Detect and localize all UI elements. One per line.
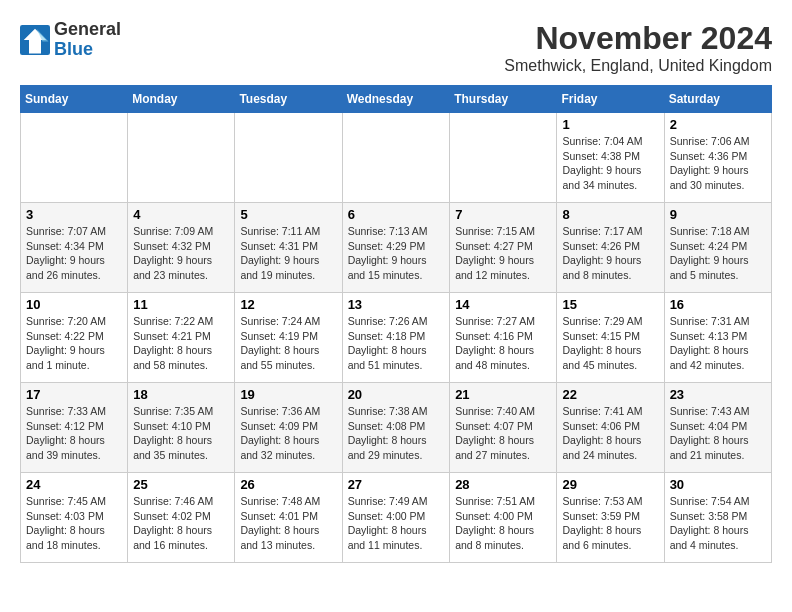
- day-info: Sunrise: 7:48 AM Sunset: 4:01 PM Dayligh…: [240, 494, 336, 553]
- calendar-cell: 4Sunrise: 7:09 AM Sunset: 4:32 PM Daylig…: [128, 203, 235, 293]
- day-number: 6: [348, 207, 445, 222]
- day-info: Sunrise: 7:38 AM Sunset: 4:08 PM Dayligh…: [348, 404, 445, 463]
- calendar-cell: 3Sunrise: 7:07 AM Sunset: 4:34 PM Daylig…: [21, 203, 128, 293]
- day-info: Sunrise: 7:15 AM Sunset: 4:27 PM Dayligh…: [455, 224, 551, 283]
- day-number: 14: [455, 297, 551, 312]
- calendar-cell: 20Sunrise: 7:38 AM Sunset: 4:08 PM Dayli…: [342, 383, 450, 473]
- day-number: 27: [348, 477, 445, 492]
- weekday-header-sunday: Sunday: [21, 86, 128, 113]
- day-info: Sunrise: 7:07 AM Sunset: 4:34 PM Dayligh…: [26, 224, 122, 283]
- day-number: 25: [133, 477, 229, 492]
- day-number: 3: [26, 207, 122, 222]
- day-number: 1: [562, 117, 658, 132]
- day-info: Sunrise: 7:53 AM Sunset: 3:59 PM Dayligh…: [562, 494, 658, 553]
- weekday-header-thursday: Thursday: [450, 86, 557, 113]
- logo-icon: [20, 25, 50, 55]
- calendar-cell: 10Sunrise: 7:20 AM Sunset: 4:22 PM Dayli…: [21, 293, 128, 383]
- day-info: Sunrise: 7:51 AM Sunset: 4:00 PM Dayligh…: [455, 494, 551, 553]
- calendar: SundayMondayTuesdayWednesdayThursdayFrid…: [20, 85, 772, 563]
- weekday-header-friday: Friday: [557, 86, 664, 113]
- calendar-cell: 13Sunrise: 7:26 AM Sunset: 4:18 PM Dayli…: [342, 293, 450, 383]
- day-number: 8: [562, 207, 658, 222]
- day-info: Sunrise: 7:45 AM Sunset: 4:03 PM Dayligh…: [26, 494, 122, 553]
- day-number: 19: [240, 387, 336, 402]
- day-number: 13: [348, 297, 445, 312]
- day-number: 9: [670, 207, 766, 222]
- calendar-cell: 18Sunrise: 7:35 AM Sunset: 4:10 PM Dayli…: [128, 383, 235, 473]
- day-number: 11: [133, 297, 229, 312]
- weekday-header-tuesday: Tuesday: [235, 86, 342, 113]
- day-number: 5: [240, 207, 336, 222]
- day-number: 12: [240, 297, 336, 312]
- day-info: Sunrise: 7:46 AM Sunset: 4:02 PM Dayligh…: [133, 494, 229, 553]
- day-info: Sunrise: 7:26 AM Sunset: 4:18 PM Dayligh…: [348, 314, 445, 373]
- day-number: 24: [26, 477, 122, 492]
- day-number: 7: [455, 207, 551, 222]
- calendar-cell: 23Sunrise: 7:43 AM Sunset: 4:04 PM Dayli…: [664, 383, 771, 473]
- day-number: 20: [348, 387, 445, 402]
- day-info: Sunrise: 7:29 AM Sunset: 4:15 PM Dayligh…: [562, 314, 658, 373]
- day-info: Sunrise: 7:24 AM Sunset: 4:19 PM Dayligh…: [240, 314, 336, 373]
- calendar-cell: 14Sunrise: 7:27 AM Sunset: 4:16 PM Dayli…: [450, 293, 557, 383]
- day-info: Sunrise: 7:06 AM Sunset: 4:36 PM Dayligh…: [670, 134, 766, 193]
- calendar-cell: 12Sunrise: 7:24 AM Sunset: 4:19 PM Dayli…: [235, 293, 342, 383]
- day-number: 23: [670, 387, 766, 402]
- calendar-cell: 7Sunrise: 7:15 AM Sunset: 4:27 PM Daylig…: [450, 203, 557, 293]
- calendar-cell: [128, 113, 235, 203]
- day-info: Sunrise: 7:18 AM Sunset: 4:24 PM Dayligh…: [670, 224, 766, 283]
- day-info: Sunrise: 7:11 AM Sunset: 4:31 PM Dayligh…: [240, 224, 336, 283]
- day-number: 30: [670, 477, 766, 492]
- day-info: Sunrise: 7:36 AM Sunset: 4:09 PM Dayligh…: [240, 404, 336, 463]
- calendar-cell: [450, 113, 557, 203]
- day-info: Sunrise: 7:04 AM Sunset: 4:38 PM Dayligh…: [562, 134, 658, 193]
- day-number: 26: [240, 477, 336, 492]
- day-number: 4: [133, 207, 229, 222]
- calendar-cell: 27Sunrise: 7:49 AM Sunset: 4:00 PM Dayli…: [342, 473, 450, 563]
- weekday-header-wednesday: Wednesday: [342, 86, 450, 113]
- day-info: Sunrise: 7:41 AM Sunset: 4:06 PM Dayligh…: [562, 404, 658, 463]
- day-number: 2: [670, 117, 766, 132]
- calendar-cell: 2Sunrise: 7:06 AM Sunset: 4:36 PM Daylig…: [664, 113, 771, 203]
- calendar-cell: [342, 113, 450, 203]
- calendar-cell: 16Sunrise: 7:31 AM Sunset: 4:13 PM Dayli…: [664, 293, 771, 383]
- month-title: November 2024: [504, 20, 772, 57]
- calendar-cell: 5Sunrise: 7:11 AM Sunset: 4:31 PM Daylig…: [235, 203, 342, 293]
- weekday-header-monday: Monday: [128, 86, 235, 113]
- day-info: Sunrise: 7:33 AM Sunset: 4:12 PM Dayligh…: [26, 404, 122, 463]
- day-info: Sunrise: 7:49 AM Sunset: 4:00 PM Dayligh…: [348, 494, 445, 553]
- calendar-cell: 15Sunrise: 7:29 AM Sunset: 4:15 PM Dayli…: [557, 293, 664, 383]
- day-info: Sunrise: 7:13 AM Sunset: 4:29 PM Dayligh…: [348, 224, 445, 283]
- calendar-cell: 1Sunrise: 7:04 AM Sunset: 4:38 PM Daylig…: [557, 113, 664, 203]
- day-info: Sunrise: 7:27 AM Sunset: 4:16 PM Dayligh…: [455, 314, 551, 373]
- calendar-cell: 8Sunrise: 7:17 AM Sunset: 4:26 PM Daylig…: [557, 203, 664, 293]
- day-info: Sunrise: 7:43 AM Sunset: 4:04 PM Dayligh…: [670, 404, 766, 463]
- day-number: 15: [562, 297, 658, 312]
- location: Smethwick, England, United Kingdom: [504, 57, 772, 75]
- calendar-cell: 17Sunrise: 7:33 AM Sunset: 4:12 PM Dayli…: [21, 383, 128, 473]
- calendar-cell: 22Sunrise: 7:41 AM Sunset: 4:06 PM Dayli…: [557, 383, 664, 473]
- day-number: 28: [455, 477, 551, 492]
- calendar-cell: 21Sunrise: 7:40 AM Sunset: 4:07 PM Dayli…: [450, 383, 557, 473]
- day-number: 18: [133, 387, 229, 402]
- day-info: Sunrise: 7:22 AM Sunset: 4:21 PM Dayligh…: [133, 314, 229, 373]
- calendar-cell: 29Sunrise: 7:53 AM Sunset: 3:59 PM Dayli…: [557, 473, 664, 563]
- logo: General Blue: [20, 20, 121, 60]
- calendar-cell: [235, 113, 342, 203]
- calendar-cell: 6Sunrise: 7:13 AM Sunset: 4:29 PM Daylig…: [342, 203, 450, 293]
- calendar-cell: 25Sunrise: 7:46 AM Sunset: 4:02 PM Dayli…: [128, 473, 235, 563]
- day-info: Sunrise: 7:40 AM Sunset: 4:07 PM Dayligh…: [455, 404, 551, 463]
- day-info: Sunrise: 7:17 AM Sunset: 4:26 PM Dayligh…: [562, 224, 658, 283]
- day-number: 16: [670, 297, 766, 312]
- day-info: Sunrise: 7:09 AM Sunset: 4:32 PM Dayligh…: [133, 224, 229, 283]
- calendar-cell: 28Sunrise: 7:51 AM Sunset: 4:00 PM Dayli…: [450, 473, 557, 563]
- title-section: November 2024 Smethwick, England, United…: [504, 20, 772, 75]
- day-number: 21: [455, 387, 551, 402]
- day-number: 29: [562, 477, 658, 492]
- logo-text: General Blue: [54, 20, 121, 60]
- day-info: Sunrise: 7:35 AM Sunset: 4:10 PM Dayligh…: [133, 404, 229, 463]
- day-info: Sunrise: 7:54 AM Sunset: 3:58 PM Dayligh…: [670, 494, 766, 553]
- calendar-cell: 24Sunrise: 7:45 AM Sunset: 4:03 PM Dayli…: [21, 473, 128, 563]
- weekday-header-saturday: Saturday: [664, 86, 771, 113]
- calendar-cell: [21, 113, 128, 203]
- day-number: 22: [562, 387, 658, 402]
